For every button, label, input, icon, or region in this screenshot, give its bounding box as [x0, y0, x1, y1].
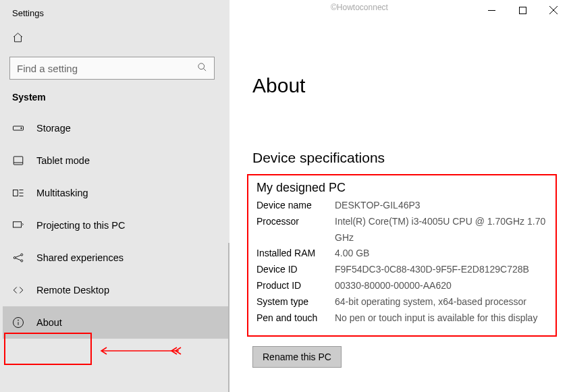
- svg-line-15: [16, 258, 21, 260]
- section-heading: Device specifications: [229, 97, 569, 166]
- sidebar-item-projecting[interactable]: Projecting to this PC: [0, 209, 229, 242]
- search-field[interactable]: [17, 63, 197, 74]
- spec-row-pen-touch: Pen and touch No pen or touch input is a…: [256, 310, 547, 327]
- svg-line-1: [203, 68, 206, 71]
- spec-value: Intel(R) Core(TM) i3-4005U CPU @ 1.70GHz…: [335, 214, 547, 246]
- svg-point-18: [18, 320, 19, 320]
- spec-row-product-id: Product ID 00330-80000-00000-AA620: [256, 278, 547, 294]
- home-icon: [12, 34, 24, 45]
- pc-display-name: My designed PC: [256, 181, 547, 195]
- svg-point-11: [13, 257, 16, 259]
- sidebar-item-tablet-mode[interactable]: Tablet mode: [0, 144, 229, 177]
- svg-point-0: [198, 63, 205, 69]
- spec-label: Pen and touch: [256, 310, 335, 327]
- window-title: Settings: [0, 0, 229, 25]
- sidebar-item-label: Storage: [36, 123, 71, 134]
- minimize-button[interactable]: [476, 0, 507, 20]
- spec-value: F9F54DC3-0C88-430D-9F5F-E2D8129C728B: [335, 262, 547, 278]
- svg-rect-10: [13, 222, 22, 227]
- sidebar-item-storage[interactable]: Storage: [0, 112, 229, 144]
- maximize-button[interactable]: [507, 0, 538, 20]
- sidebar-item-label: Projecting to this PC: [36, 220, 125, 231]
- spec-label: Product ID: [256, 278, 335, 294]
- spec-row-system-type: System type 64-bit operating system, x64…: [256, 294, 547, 310]
- watermark: ©Howtoconnect: [331, 3, 388, 12]
- sidebar-item-multitasking[interactable]: Multitasking: [0, 177, 229, 209]
- spec-value: 64-bit operating system, x64-based proce…: [335, 294, 547, 310]
- spec-label: Installed RAM: [256, 246, 335, 262]
- svg-point-13: [21, 260, 23, 262]
- svg-rect-4: [13, 157, 23, 165]
- shared-icon: [12, 252, 24, 264]
- svg-line-14: [16, 255, 21, 257]
- nav-list: Storage Tablet mode Multitasking Project…: [0, 112, 229, 339]
- spec-value: 4.00 GB: [335, 246, 547, 262]
- sidebar-item-label: Shared experiences: [36, 252, 124, 263]
- spec-label: Processor: [256, 214, 335, 230]
- sidebar-item-label: Tablet mode: [36, 155, 90, 166]
- storage-icon: [12, 122, 24, 134]
- spec-row-processor: Processor Intel(R) Core(TM) i3-4005U CPU…: [256, 214, 547, 246]
- sidebar-item-label: Remote Desktop: [36, 285, 109, 296]
- sidebar-item-about[interactable]: About: [0, 306, 229, 339]
- svg-point-12: [21, 254, 23, 256]
- spec-row-ram: Installed RAM 4.00 GB: [256, 246, 547, 262]
- main-content: ©Howtoconnect About Device specification…: [229, 0, 569, 392]
- sidebar: Settings System Storage Tablet mode: [0, 0, 229, 392]
- multitasking-icon: [12, 187, 24, 199]
- page-title: About: [229, 22, 569, 97]
- spec-row-device-name: Device name DESKTOP-GIL46P3: [256, 198, 547, 214]
- spec-label: Device ID: [256, 262, 335, 278]
- sidebar-item-label: About: [36, 317, 62, 328]
- close-button[interactable]: [538, 0, 569, 20]
- svg-rect-21: [519, 7, 526, 13]
- tablet-icon: [12, 155, 24, 167]
- info-icon: [12, 316, 24, 329]
- svg-point-3: [21, 128, 22, 129]
- sidebar-item-remote-desktop[interactable]: Remote Desktop: [0, 274, 229, 306]
- sidebar-item-label: Multitasking: [36, 188, 88, 198]
- spec-row-device-id: Device ID F9F54DC3-0C88-430D-9F5F-E2D812…: [256, 262, 547, 278]
- remote-desktop-icon: [12, 284, 24, 296]
- projecting-icon: [12, 219, 24, 231]
- spec-label: System type: [256, 294, 335, 310]
- rename-pc-button[interactable]: Rename this PC: [252, 346, 342, 368]
- search-input[interactable]: [9, 57, 215, 80]
- search-icon: [197, 62, 207, 75]
- spec-label: Device name: [256, 198, 335, 214]
- annotation-arrow: [94, 346, 182, 356]
- home-button[interactable]: [0, 25, 229, 57]
- device-specs-box: My designed PC Device name DESKTOP-GIL46…: [247, 174, 557, 337]
- spec-value: 00330-80000-00000-AA620: [335, 278, 547, 294]
- spec-value: DESKTOP-GIL46P3: [335, 198, 547, 214]
- svg-rect-6: [13, 190, 18, 196]
- titlebar: [229, 0, 569, 22]
- category-label: System: [0, 92, 229, 112]
- spec-value: No pen or touch input is available for t…: [335, 310, 547, 327]
- sidebar-item-shared-experiences[interactable]: Shared experiences: [0, 242, 229, 274]
